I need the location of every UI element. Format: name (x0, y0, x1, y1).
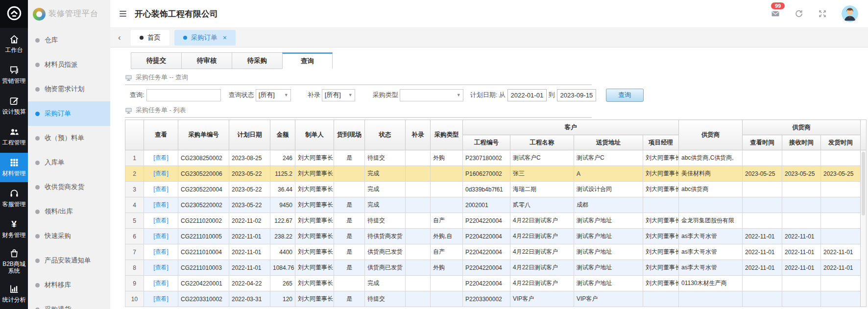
sidebar-item-label: 采购订单 (45, 109, 71, 118)
table-scrollbar-thumb[interactable] (862, 152, 865, 215)
cell-address: 成都 (574, 197, 643, 213)
app-logo[interactable] (0, 0, 28, 28)
table-row[interactable]: 8[查看]CG22110100032022-11-011084.76刘大同董事长… (125, 260, 861, 276)
sidebar-item-6[interactable]: 入库单 (28, 150, 110, 175)
tabs-back-chevron-icon[interactable]: ‹ (113, 33, 126, 43)
search-button[interactable]: 查询 (606, 89, 644, 102)
bullet-icon (35, 87, 40, 92)
cell-view: [查看] (144, 276, 178, 291)
cell-proj-name: 海瑞二期 (510, 182, 574, 197)
sidebar-item-label: 快速采购 (45, 232, 71, 240)
sidebar-item-8[interactable]: 领料/出库 (28, 199, 110, 224)
open-tab-1[interactable]: 首页 (131, 30, 169, 46)
sidebar-item-11[interactable]: 材料移库 (28, 273, 110, 297)
cell-amount: 4400 (270, 244, 295, 260)
view-link[interactable]: [查看] (153, 217, 169, 224)
refresh-icon[interactable] (795, 9, 803, 18)
view-tab-3[interactable]: 待采购 (232, 52, 282, 69)
primary-nav-users[interactable]: 工程管理 (0, 122, 28, 151)
cell-manager: 刘大同董事长 (643, 229, 679, 244)
cell-order-no: CG2211010003 (178, 260, 229, 276)
view-tab-1[interactable]: 待提交 (131, 52, 181, 69)
primary-nav-home[interactable]: 工作台 (0, 29, 28, 59)
cell-view: [查看] (144, 197, 178, 213)
sidebar-item-9[interactable]: 快速采购 (28, 224, 110, 248)
cell-manager: 刘大同董事长 (643, 213, 679, 229)
table-row[interactable]: 9[查看]CG22042200012022-04-22265刘大同董事长完成P2… (125, 276, 861, 291)
primary-nav-chat[interactable]: 营销管理 (0, 60, 28, 90)
table-row[interactable]: 3[查看]CG23052200042023-05-2236.44刘大同董事长完成… (125, 182, 861, 197)
column-header: 项目经理 (643, 135, 679, 150)
fullscreen-icon[interactable] (818, 9, 827, 18)
table-row[interactable]: 7[查看]CG22110100042022-11-014400刘大同董事长是供货… (125, 244, 861, 260)
cell-purchase-type: 自产 (431, 213, 463, 229)
sidebar-item-12[interactable]: 采购退货 (28, 297, 110, 309)
headset-icon (9, 189, 19, 198)
view-link[interactable]: [查看] (153, 248, 169, 255)
sidebar-item-10[interactable]: 产品安装通知单 (28, 248, 110, 273)
view-tab-4[interactable]: 查询 (282, 52, 333, 69)
primary-nav-headset[interactable]: 客服管理 (0, 184, 28, 213)
primary-nav-bag[interactable]: B2B商城系统 (0, 245, 28, 278)
sidebar-item-1[interactable]: 仓库 (28, 28, 110, 52)
cell-proj-no: P2204220004 (463, 229, 510, 244)
table-row[interactable]: 10[查看]CG22033100022022-03-31120刘大同董事长是待提… (125, 291, 861, 307)
user-avatar[interactable] (842, 5, 858, 22)
cell-purchase-type (431, 182, 463, 197)
cell-status: 待供货商发货 (365, 229, 406, 244)
table-row[interactable]: 2[查看]CG23052200062023-05-221125.2刘大同董事长完… (125, 166, 861, 182)
sidebar-item-5[interactable]: 收（预）料单 (28, 126, 110, 150)
date-to-input[interactable] (557, 89, 596, 101)
view-link[interactable]: [查看] (153, 201, 169, 208)
column-header: 发货时间 (821, 135, 861, 150)
sidebar-item-2[interactable]: 材料员指派 (28, 52, 110, 77)
query-input[interactable] (146, 89, 221, 101)
view-link[interactable]: [查看] (153, 170, 169, 177)
view-tab-2[interactable]: 待审核 (181, 52, 232, 69)
cell-view-time (743, 182, 782, 197)
yen-icon: ¥ (11, 219, 17, 229)
date-from-input[interactable] (507, 89, 547, 101)
cell-view-time: 2022-11-01 (743, 229, 782, 244)
mail-icon[interactable]: 99 (771, 9, 780, 18)
close-icon[interactable]: × (223, 34, 227, 41)
sidebar-item-7[interactable]: 收供货商发货 (28, 175, 110, 199)
cell-order-no: CG2305220006 (178, 166, 229, 182)
sidebar-item-label: 收（预）料单 (45, 134, 84, 143)
table-row[interactable]: 4[查看]CG23052200022023-05-229450刘大同董事长是完成… (125, 197, 861, 213)
view-link[interactable]: [查看] (153, 264, 169, 271)
cell-supplement (406, 291, 431, 307)
menu-toggle-icon[interactable] (118, 9, 128, 19)
primary-nav-chart[interactable]: 统计分析 (0, 279, 28, 309)
view-link[interactable]: [查看] (153, 280, 169, 286)
column-header: 制单人 (295, 120, 334, 150)
cell-creator: 刘大同董事长 (295, 166, 334, 182)
table-row[interactable]: 5[查看]CG22110200022022-11-02122.67刘大同董事长是… (125, 213, 861, 229)
status-select[interactable]: [所有] ▼ (256, 89, 291, 101)
orders-table: 查看采购单编号计划日期金额制单人货到现场状态补录采购类型客户供货商供货商工程编号… (125, 119, 861, 307)
cell-on-site: 是 (334, 244, 365, 260)
cell-no: 3 (125, 182, 144, 197)
table-row[interactable]: 1[查看]CG23082500022023-08-25246刘大同董事长是待提交… (125, 150, 861, 166)
column-header: 状态 (365, 120, 406, 150)
brand-icon (33, 8, 46, 21)
purchase-type-select[interactable]: ▼ (400, 89, 463, 101)
primary-nav-edit[interactable]: 设计预算 (0, 91, 28, 120)
primary-nav-grid[interactable]: 材料管理 (0, 153, 28, 182)
bullet-icon (35, 283, 40, 287)
view-link[interactable]: [查看] (153, 295, 169, 302)
cell-view: [查看] (144, 229, 178, 244)
view-link[interactable]: [查看] (153, 154, 169, 161)
column-header: 工程编号 (463, 135, 510, 150)
table-row[interactable]: 6[查看]CG22110100052022-11-01238.22刘大同董事长是… (125, 229, 861, 244)
supplement-select[interactable]: [所有] ▼ (322, 89, 355, 101)
view-link[interactable]: [查看] (153, 233, 169, 239)
cell-status: 待提交 (365, 150, 406, 166)
open-tab-2[interactable]: 采购订单× (174, 30, 236, 46)
bullet-icon (35, 185, 40, 190)
table-scrollbar[interactable] (860, 119, 867, 307)
view-link[interactable]: [查看] (153, 186, 169, 192)
sidebar-item-4[interactable]: 采购订单 (28, 101, 110, 126)
sidebar-item-3[interactable]: 物资需求计划 (28, 77, 110, 101)
primary-nav-yen[interactable]: ¥财务管理 (0, 214, 28, 244)
